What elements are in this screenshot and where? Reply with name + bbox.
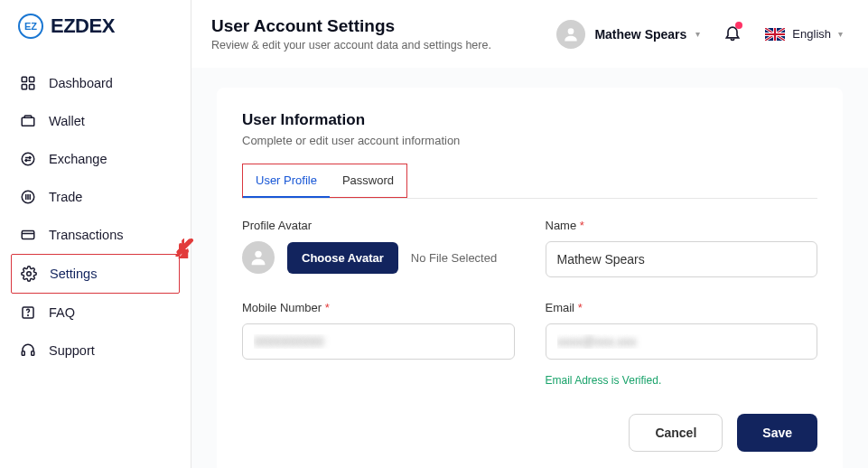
tabs-row: User Profile Password	[242, 164, 817, 199]
card-title: User Information	[242, 111, 817, 129]
svg-point-16	[255, 251, 261, 257]
tabs-callout: User Profile Password	[242, 164, 407, 198]
sidebar-item-label: Trade	[49, 190, 82, 204]
avatar-icon	[556, 20, 585, 49]
trade-icon	[20, 189, 36, 205]
tab-user-profile[interactable]: User Profile	[243, 164, 330, 198]
headset-icon	[20, 342, 36, 359]
user-menu[interactable]: Mathew Spears ▾	[556, 20, 700, 49]
sidebar-item-label: Exchange	[49, 152, 107, 166]
svg-point-7	[27, 272, 32, 276]
arrow-callout-icon	[173, 239, 195, 260]
name-input[interactable]	[546, 241, 818, 277]
email-input[interactable]	[546, 323, 818, 360]
field-name: Name *	[546, 219, 818, 277]
uk-flag-icon	[765, 28, 785, 41]
header: User Account Settings Review & edit your…	[191, 0, 868, 68]
email-verified-text: Email Adress is Verified.	[546, 374, 818, 387]
sidebar-item-exchange[interactable]: Exchange	[11, 140, 180, 178]
email-label: Email *	[546, 301, 818, 314]
svg-rect-2	[22, 85, 26, 89]
card-subtitle: Complete or edit user account informatio…	[242, 134, 817, 147]
page-title: User Account Settings	[211, 16, 491, 36]
field-avatar: Profile Avatar Choose Avatar No File Sel…	[242, 219, 515, 277]
brand-logo[interactable]: EZ EZDEX	[0, 14, 191, 57]
avatar-label: Profile Avatar	[242, 219, 515, 232]
sidebar-item-label: Support	[49, 343, 95, 358]
field-mobile: Mobile Number *	[242, 301, 515, 387]
notifications-button[interactable]	[723, 23, 742, 45]
chevron-down-icon: ▾	[838, 29, 843, 39]
sidebar-item-label: Settings	[50, 267, 97, 281]
svg-point-14	[568, 28, 574, 34]
svg-rect-0	[22, 77, 26, 81]
svg-point-4	[22, 153, 34, 165]
sidebar-item-faq[interactable]: FAQ	[11, 294, 180, 332]
svg-rect-13	[32, 351, 34, 356]
file-status: No File Selected	[411, 251, 497, 265]
sidebar-item-support[interactable]: Support	[11, 332, 180, 370]
mobile-label: Mobile Number *	[242, 301, 515, 314]
cancel-button[interactable]: Cancel	[629, 414, 723, 452]
gear-icon	[21, 266, 37, 282]
sidebar-item-label: Transactions	[49, 228, 123, 242]
brand-name: EZDEX	[51, 14, 115, 38]
header-username: Mathew Spears	[594, 27, 686, 42]
main-area: User Account Settings Review & edit your…	[191, 0, 868, 468]
wallet-icon	[20, 113, 36, 129]
help-icon	[20, 304, 36, 321]
field-email: Email * Email Adress is Verified.	[546, 301, 818, 387]
notification-dot-icon	[735, 22, 742, 29]
name-label: Name *	[546, 219, 818, 232]
sidebar-item-label: Dashboard	[49, 76, 113, 90]
sidebar-item-dashboard[interactable]: Dashboard	[11, 64, 180, 102]
language-label: English	[792, 27, 831, 41]
form-actions: Cancel Save	[242, 414, 817, 452]
chevron-down-icon: ▾	[695, 29, 700, 39]
svg-rect-3	[30, 85, 34, 89]
sidebar-item-trade[interactable]: Trade	[11, 178, 180, 216]
sidebar-item-label: Wallet	[49, 114, 85, 128]
sidebar: EZ EZDEX Dashboard Wallet Exchange	[0, 0, 191, 468]
sidebar-item-wallet[interactable]: Wallet	[11, 102, 180, 140]
mobile-input[interactable]	[242, 323, 515, 360]
exchange-icon	[20, 151, 36, 167]
avatar-preview-icon	[242, 241, 275, 274]
sidebar-nav: Dashboard Wallet Exchange Trade	[0, 57, 191, 370]
sidebar-item-transactions[interactable]: Transactions	[11, 216, 180, 254]
page-subtitle: Review & edit your user account data and…	[211, 39, 491, 51]
language-selector[interactable]: English ▾	[765, 27, 843, 41]
tab-password[interactable]: Password	[330, 164, 406, 197]
grid-icon	[20, 75, 36, 91]
svg-point-11	[28, 315, 29, 316]
choose-avatar-button[interactable]: Choose Avatar	[287, 242, 398, 274]
save-button[interactable]: Save	[737, 414, 817, 452]
sidebar-item-label: FAQ	[49, 305, 75, 320]
transactions-icon	[20, 227, 36, 243]
brand-mark-icon: EZ	[18, 14, 43, 39]
sidebar-item-settings[interactable]: Settings	[11, 254, 180, 294]
svg-rect-6	[22, 231, 34, 239]
svg-rect-1	[30, 77, 34, 81]
settings-card: User Information Complete or edit user a…	[217, 88, 843, 468]
svg-rect-12	[22, 351, 24, 356]
